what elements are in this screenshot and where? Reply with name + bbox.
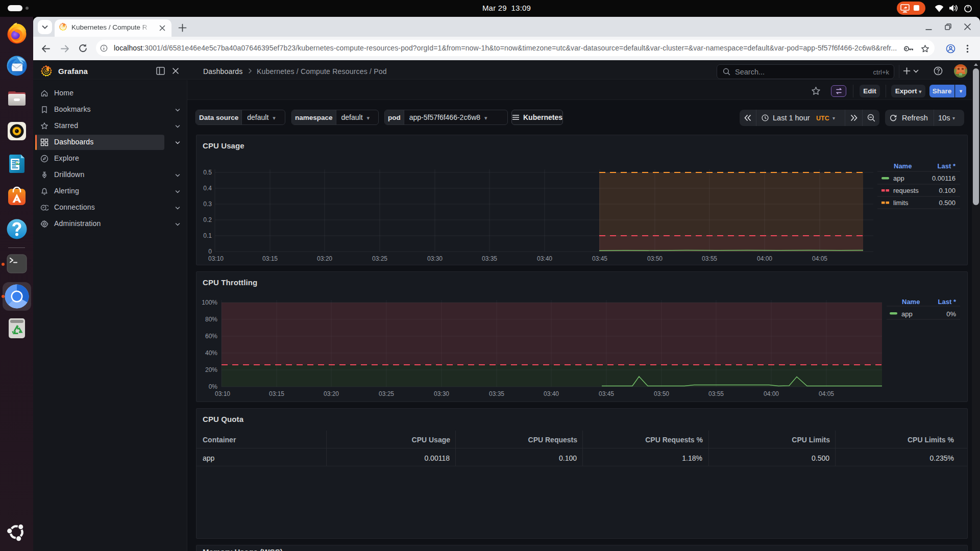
svg-text:0: 0	[208, 248, 212, 255]
svg-text:100%: 100%	[202, 299, 217, 306]
svg-text:0.3: 0.3	[203, 201, 212, 208]
svg-text:03:10: 03:10	[215, 390, 230, 397]
svg-text:03:15: 03:15	[269, 390, 284, 397]
svg-text:04:00: 04:00	[757, 255, 772, 262]
svg-text:04:05: 04:05	[819, 390, 834, 397]
svg-text:03:35: 03:35	[482, 255, 497, 262]
svg-text:0%: 0%	[209, 383, 218, 390]
svg-text:03:25: 03:25	[379, 390, 394, 397]
svg-text:0.2: 0.2	[203, 216, 212, 223]
svg-text:03:25: 03:25	[372, 255, 387, 262]
svg-text:80%: 80%	[205, 316, 217, 323]
svg-text:03:40: 03:40	[544, 390, 559, 397]
svg-text:03:55: 03:55	[702, 255, 717, 262]
svg-text:0.5: 0.5	[203, 169, 212, 176]
svg-text:60%: 60%	[205, 333, 217, 340]
svg-text:03:50: 03:50	[647, 255, 663, 262]
svg-text:04:00: 04:00	[764, 390, 779, 397]
svg-text:03:15: 03:15	[262, 255, 278, 262]
svg-text:04:05: 04:05	[812, 255, 827, 262]
svg-text:03:30: 03:30	[434, 390, 449, 397]
svg-text:03:35: 03:35	[489, 390, 504, 397]
svg-text:03:50: 03:50	[654, 390, 669, 397]
svg-text:40%: 40%	[205, 349, 217, 357]
svg-text:03:10: 03:10	[208, 255, 224, 262]
svg-text:03:30: 03:30	[427, 255, 443, 262]
svg-text:03:55: 03:55	[708, 390, 724, 397]
svg-text:0.1: 0.1	[203, 232, 212, 239]
svg-text:03:20: 03:20	[317, 255, 332, 262]
svg-text:03:20: 03:20	[324, 390, 339, 397]
svg-text:03:45: 03:45	[599, 390, 614, 397]
svg-text:03:40: 03:40	[537, 255, 552, 262]
svg-text:03:45: 03:45	[592, 255, 607, 262]
svg-text:20%: 20%	[205, 366, 217, 373]
svg-text:0.4: 0.4	[203, 185, 212, 192]
